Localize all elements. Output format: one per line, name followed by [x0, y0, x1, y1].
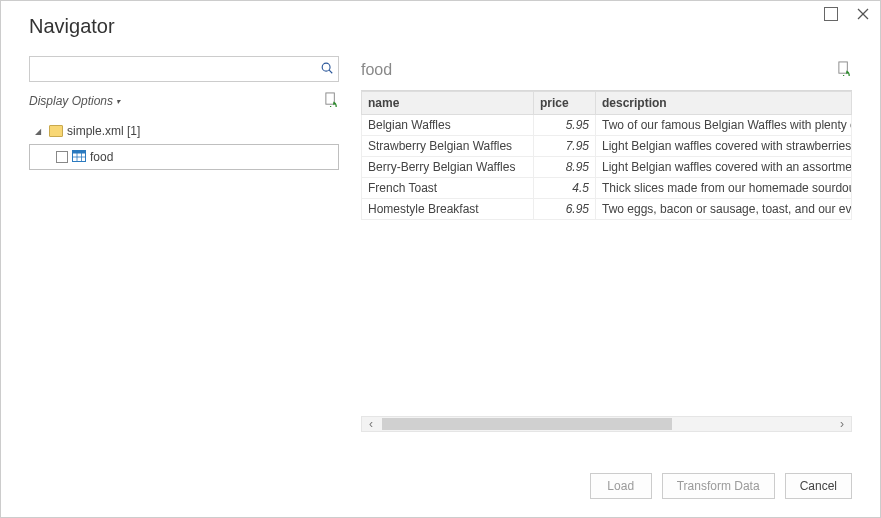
svg-rect-11 [839, 62, 847, 73]
horizontal-scrollbar[interactable]: ‹ › [361, 416, 852, 432]
svg-rect-4 [326, 93, 334, 104]
table-row[interactable]: Homestyle Breakfast6.95Two eggs, bacon o… [362, 199, 852, 220]
tree: ◢ simple.xml [1] food [29, 118, 339, 170]
cell-name: Homestyle Breakfast [362, 199, 534, 220]
scrollbar-thumb[interactable] [382, 418, 672, 430]
display-options-dropdown[interactable]: Display Options ▾ [29, 94, 120, 108]
table-row[interactable]: Strawberry Belgian Waffles7.95Light Belg… [362, 136, 852, 157]
cancel-button[interactable]: Cancel [785, 473, 852, 499]
search-icon[interactable] [320, 61, 334, 78]
cell-name: Berry-Berry Belgian Waffles [362, 157, 534, 178]
cell-price: 8.95 [534, 157, 596, 178]
transform-data-button[interactable]: Transform Data [662, 473, 775, 499]
col-header-price[interactable]: price [534, 92, 596, 115]
svg-rect-7 [73, 150, 86, 153]
col-header-description[interactable]: description [596, 92, 852, 115]
tree-item-label: food [90, 150, 113, 164]
table-header-row: name price description [362, 92, 852, 115]
cell-description: Two of our famous Belgian Waffles with p… [596, 115, 852, 136]
tree-item-checkbox[interactable] [56, 151, 68, 163]
close-icon [856, 7, 870, 21]
load-button[interactable]: Load [590, 473, 652, 499]
cell-name: Belgian Waffles [362, 115, 534, 136]
maximize-button[interactable] [824, 7, 838, 21]
table-row[interactable]: French Toast4.5Thick slices made from ou… [362, 178, 852, 199]
close-button[interactable] [856, 7, 870, 21]
navigator-tree-pane: Display Options ▾ ◢ simple.xml [1] food [29, 56, 339, 432]
cell-name: Strawberry Belgian Waffles [362, 136, 534, 157]
search-input[interactable] [34, 57, 320, 81]
tree-item-food[interactable]: food [29, 144, 339, 170]
cell-price: 7.95 [534, 136, 596, 157]
maximize-icon [824, 7, 838, 21]
cell-description: Two eggs, bacon or sausage, toast, and o… [596, 199, 852, 220]
cell-description: Light Belgian waffles covered with an as… [596, 157, 852, 178]
cell-price: 5.95 [534, 115, 596, 136]
cell-description: Thick slices made from our homemade sour… [596, 178, 852, 199]
tree-root-label: simple.xml [1] [67, 124, 140, 138]
scroll-left-icon[interactable]: ‹ [362, 417, 380, 431]
svg-line-3 [329, 70, 332, 73]
svg-point-2 [322, 63, 330, 71]
cell-price: 4.5 [534, 178, 596, 199]
preview-table: name price description Belgian Waffles5.… [361, 91, 852, 220]
cell-description: Light Belgian waffles covered with straw… [596, 136, 852, 157]
preview-pane: food name price description Belgian Waff… [361, 56, 852, 432]
cell-name: French Toast [362, 178, 534, 199]
scroll-right-icon[interactable]: › [833, 417, 851, 431]
refresh-icon[interactable] [324, 92, 339, 110]
display-options-label: Display Options [29, 94, 113, 108]
cell-price: 6.95 [534, 199, 596, 220]
folder-icon [49, 125, 63, 137]
dialog-footer: Load Transform Data Cancel [590, 473, 852, 499]
expand-toggle-icon[interactable]: ◢ [35, 127, 45, 136]
col-header-name[interactable]: name [362, 92, 534, 115]
table-row[interactable]: Belgian Waffles5.95Two of our famous Bel… [362, 115, 852, 136]
preview-title: food [361, 61, 392, 79]
preview-refresh-icon[interactable] [837, 61, 852, 79]
tree-root[interactable]: ◢ simple.xml [1] [29, 118, 339, 144]
window-title: Navigator [1, 1, 880, 42]
search-box[interactable] [29, 56, 339, 82]
chevron-down-icon: ▾ [116, 97, 120, 106]
table-icon [72, 150, 86, 165]
table-row[interactable]: Berry-Berry Belgian Waffles8.95Light Bel… [362, 157, 852, 178]
